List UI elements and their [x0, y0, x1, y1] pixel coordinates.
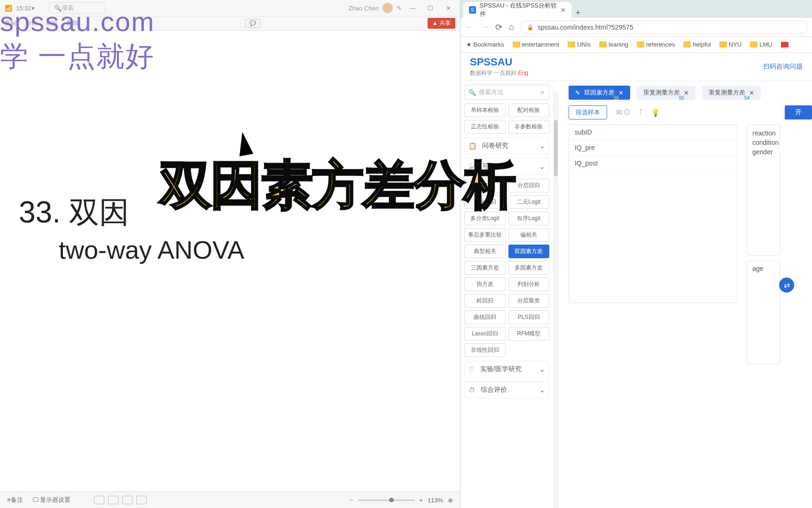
- variable-item[interactable]: IQ_pre: [569, 140, 737, 156]
- gmail-icon[interactable]: [781, 42, 789, 48]
- favicon: S: [469, 6, 476, 14]
- method-tag[interactable]: 配对检验: [508, 103, 550, 117]
- title-overlay: 双因素方差分析: [160, 151, 515, 221]
- maximize-button[interactable]: ☐: [423, 5, 437, 12]
- hint-icon[interactable]: 💡: [651, 108, 660, 117]
- zoom-in[interactable]: +: [419, 497, 423, 504]
- result-tab[interactable]: 重复测量方差54✕: [702, 86, 761, 100]
- main-panel: ✎ 双因素方差56✕重复测量方差55✕重复测量方差54✕ 筛选样本 30 ⓘ ⤴…: [560, 81, 812, 508]
- browser-tab[interactable]: S SPSSAU - 在线SPSS分析软件 ✕: [463, 2, 571, 18]
- tab-close-icon[interactable]: ✕: [618, 89, 624, 96]
- slide-canvas: 33. 双因 two-way ANOVA: [0, 32, 460, 492]
- method-search[interactable]: 🔍 搜索方法 ✕: [464, 85, 549, 100]
- username: Zhao Chen: [349, 5, 379, 12]
- result-tab[interactable]: ✎ 双因素方差56✕: [569, 86, 630, 100]
- method-tag[interactable]: 分层聚类: [508, 294, 550, 308]
- bookmark-folder[interactable]: helpful: [683, 41, 710, 48]
- minimize-button[interactable]: —: [406, 5, 420, 12]
- reload-button[interactable]: ⟳: [495, 22, 502, 32]
- variable-item[interactable]: age: [752, 265, 775, 272]
- method-tag[interactable]: 双因素方差: [508, 245, 550, 258]
- swap-button[interactable]: ⇄: [779, 278, 794, 293]
- variable-item[interactable]: condition: [752, 138, 775, 147]
- chevron-down-icon: ⌄: [539, 142, 545, 150]
- view-sorter[interactable]: [108, 496, 118, 504]
- new-tab-button[interactable]: +: [571, 8, 585, 18]
- back-button[interactable]: ←: [465, 22, 474, 32]
- zoom-pct[interactable]: 113%: [428, 497, 443, 504]
- method-tag[interactable]: 单样本检验: [464, 103, 506, 117]
- method-sidebar: 🔍 搜索方法 ✕ 单样本检验配对检验 正态性检验非参数检验 📋问卷研究⌄ 📈可视…: [461, 81, 554, 508]
- toolbar: 筛选样本 30 ⓘ ⤴ 💡 开: [569, 105, 812, 119]
- qr-consult-link[interactable]: 扫码咨询问题: [763, 63, 803, 71]
- address-bar[interactable]: 🔒 spssau.com/indexs.html?529575: [521, 20, 807, 34]
- view-slideshow[interactable]: [136, 496, 147, 504]
- folder-icon: [637, 41, 644, 48]
- variable-item[interactable]: reaction: [752, 128, 775, 138]
- result-tab[interactable]: 重复测量方差55✕: [637, 86, 695, 100]
- method-tag[interactable]: 岭回归: [464, 294, 506, 308]
- display-settings-button[interactable]: 🖵 显示器设置: [32, 496, 71, 504]
- method-tag[interactable]: 三因素方差: [464, 261, 506, 275]
- folder-icon: [513, 41, 520, 48]
- category-eval[interactable]: ⏱综合评价⌄: [464, 381, 549, 398]
- folder-icon: [719, 41, 727, 48]
- method-tag[interactable]: PLS回归: [508, 310, 550, 324]
- bookmark-folder[interactable]: LMU: [750, 41, 772, 48]
- method-tag[interactable]: 典型相关: [464, 245, 506, 258]
- source-variables[interactable]: subIDIQ_preIQ_post: [569, 124, 738, 303]
- bookmark-folder[interactable]: UNIs: [568, 41, 591, 48]
- bookmark-folder[interactable]: leaning: [599, 41, 628, 48]
- method-tag[interactable]: 非线性回归: [464, 343, 506, 357]
- edit-icon[interactable]: ✎: [397, 5, 402, 12]
- bookmark-folder[interactable]: entertainment: [513, 41, 560, 48]
- doc-icon: 📋: [468, 142, 476, 150]
- variable-item[interactable]: gender: [752, 147, 775, 157]
- edit-icon: ✎: [575, 89, 580, 96]
- category-experiment[interactable]: ♡实验/医学研究⌄: [464, 361, 549, 378]
- folder-icon: [568, 41, 575, 48]
- view-reading[interactable]: [122, 496, 133, 504]
- zoom-slider[interactable]: [358, 500, 414, 501]
- bookmarks-menu[interactable]: ★ Bookmarks: [466, 41, 504, 48]
- method-tag[interactable]: Lasso回归: [464, 327, 506, 341]
- method-tag[interactable]: 判别分析: [508, 278, 550, 291]
- share-icon[interactable]: ⤴: [639, 108, 642, 117]
- target-variables-top[interactable]: reactionconditiongender: [747, 124, 780, 256]
- tab-close-icon[interactable]: ✕: [749, 89, 754, 96]
- bookmark-folder[interactable]: NYU: [719, 41, 742, 48]
- logo[interactable]: SPSSAU: [470, 56, 528, 68]
- notes-button[interactable]: ≡备注: [7, 496, 23, 504]
- avatar[interactable]: [383, 3, 393, 13]
- zoom-out[interactable]: −: [350, 497, 354, 504]
- chat-button[interactable]: 💬: [245, 19, 260, 28]
- method-tag[interactable]: 多因素方差: [508, 261, 550, 275]
- forward-button[interactable]: →: [480, 22, 489, 32]
- target-variables-bottom[interactable]: age: [747, 261, 780, 364]
- filter-button[interactable]: 筛选样本: [569, 105, 607, 119]
- method-tag[interactable]: 曲线回归: [464, 310, 506, 324]
- share-button[interactable]: ▲ 共享: [428, 18, 455, 29]
- spssau-body: 🔍 搜索方法 ✕ 单样本检验配对检验 正态性检验非参数检验 📋问卷研究⌄ 📈可视…: [461, 81, 812, 508]
- variable-item[interactable]: IQ_post: [569, 156, 737, 171]
- method-tag[interactable]: 非参数检验: [508, 120, 550, 134]
- home-button[interactable]: ⌂: [509, 22, 514, 32]
- variable-item[interactable]: subID: [569, 125, 737, 140]
- method-tag[interactable]: 事后多重比较: [464, 228, 506, 242]
- run-button[interactable]: 开: [785, 105, 812, 119]
- clear-icon[interactable]: ✕: [540, 89, 545, 96]
- sidebar-scrollbar[interactable]: [554, 92, 558, 508]
- method-tag[interactable]: 正态性检验: [464, 120, 506, 134]
- fit-icon[interactable]: ⊕: [448, 497, 453, 504]
- view-normal[interactable]: [94, 496, 104, 504]
- close-button[interactable]: ✕: [441, 5, 455, 12]
- search-icon: 🔍: [468, 89, 476, 96]
- method-tag[interactable]: 协方差: [464, 278, 506, 291]
- bookmark-folder[interactable]: references: [637, 41, 675, 48]
- bookmarks-bar: ★ Bookmarks entertainment UNIs leaning r…: [461, 37, 812, 53]
- method-tag[interactable]: RFM模型: [508, 327, 550, 341]
- tab-title: SPSSAU - 在线SPSS分析软件: [480, 1, 557, 18]
- tab-close-icon[interactable]: ✕: [684, 89, 689, 96]
- method-tag[interactable]: 偏相关: [508, 228, 550, 242]
- tab-close-icon[interactable]: ✕: [561, 7, 566, 14]
